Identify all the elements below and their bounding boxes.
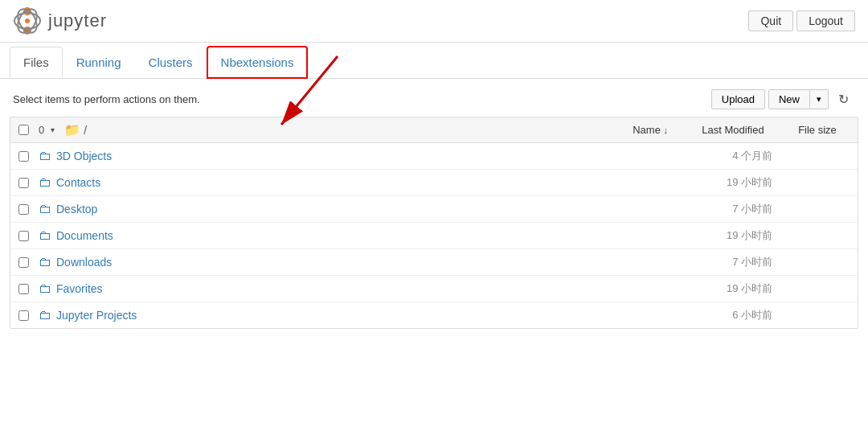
file-name-link[interactable]: Downloads <box>56 256 681 269</box>
folder-icon: 🗀 <box>39 281 51 296</box>
table-row: 🗀 Contacts 19 小时前 <box>10 170 858 196</box>
file-name-link[interactable]: Jupyter Projects <box>56 309 681 322</box>
row-checkbox[interactable] <box>18 310 29 321</box>
tab-nbextensions[interactable]: Nbextensions <box>207 46 309 79</box>
toolbar: Select items to perform actions on them.… <box>0 82 868 117</box>
file-name-link[interactable]: Desktop <box>56 203 681 216</box>
logo-text: jupyter <box>48 10 107 31</box>
row-checkbox[interactable] <box>18 204 29 215</box>
folder-icon: 🗀 <box>39 175 51 190</box>
file-modified: 4 个月前 <box>681 149 785 163</box>
folder-icon: 🗀 <box>39 255 51 269</box>
sort-arrow-icon: ↓ <box>664 125 669 135</box>
table-row: 🗀 Favorites 19 小时前 <box>10 276 858 302</box>
folder-icon: 🗀 <box>39 308 51 322</box>
col-name-header[interactable]: Name ↓ <box>584 124 681 136</box>
quit-button[interactable]: Quit <box>748 10 793 31</box>
logo: jupyter <box>13 6 107 35</box>
header-checkbox-area: 0 ▾ 📁 / <box>18 122 115 138</box>
upload-button[interactable]: Upload <box>711 89 765 109</box>
toolbar-info-text: Select items to perform actions on them. <box>13 93 200 105</box>
col-size-header[interactable]: File size <box>785 124 850 136</box>
breadcrumb-slash: / <box>84 124 87 137</box>
selected-count: 0 <box>35 124 47 136</box>
file-modified: 7 小时前 <box>681 255 785 269</box>
svg-point-7 <box>25 18 30 23</box>
select-all-checkbox[interactable] <box>18 125 29 135</box>
table-row: 🗀 Jupyter Projects 6 小时前 <box>10 302 858 328</box>
app-header: jupyter Quit Logout <box>0 0 868 43</box>
file-rows-container: 🗀 3D Objects 4 个月前 🗀 Contacts 19 小时前 🗀 D… <box>10 143 858 328</box>
toolbar-actions: Upload New ▾ ↻ <box>711 88 855 110</box>
table-row: 🗀 Desktop 7 小时前 <box>10 196 858 223</box>
file-modified: 19 小时前 <box>681 228 785 243</box>
file-modified: 6 小时前 <box>681 308 785 322</box>
folder-icon: 🗀 <box>39 228 51 243</box>
row-checkbox[interactable] <box>18 284 29 294</box>
file-list-header: 0 ▾ 📁 / Name ↓ Last Modified File size <box>10 117 858 143</box>
selection-dropdown-caret[interactable]: ▾ <box>51 125 55 134</box>
file-modified: 19 小时前 <box>681 281 785 296</box>
file-name-link[interactable]: Contacts <box>56 176 681 189</box>
file-modified: 7 小时前 <box>681 202 785 216</box>
folder-icon: 🗀 <box>39 149 51 163</box>
new-button[interactable]: New <box>769 90 810 109</box>
row-checkbox[interactable] <box>18 151 29 162</box>
new-dropdown-caret[interactable]: ▾ <box>810 90 828 109</box>
row-checkbox[interactable] <box>18 231 29 241</box>
tabs-container: Files Running Clusters Nbextensions <box>0 46 868 79</box>
new-button-group: New ▾ <box>768 89 829 109</box>
file-list: 0 ▾ 📁 / Name ↓ Last Modified File size 🗀… <box>10 117 858 329</box>
table-row: 🗀 3D Objects 4 个月前 <box>10 143 858 170</box>
folder-icon: 🗀 <box>39 202 51 216</box>
col-modified-header[interactable]: Last Modified <box>681 124 785 136</box>
logout-button[interactable]: Logout <box>796 10 855 31</box>
table-row: 🗀 Documents 19 小时前 <box>10 223 858 249</box>
table-row: 🗀 Downloads 7 小时前 <box>10 249 858 276</box>
file-name-link[interactable]: Documents <box>56 229 681 242</box>
header-buttons: Quit Logout <box>748 10 855 31</box>
file-name-link[interactable]: 3D Objects <box>56 150 681 162</box>
tab-clusters[interactable]: Clusters <box>135 47 207 78</box>
column-headers: Name ↓ Last Modified File size <box>584 124 850 136</box>
tab-files[interactable]: Files <box>10 47 63 78</box>
refresh-button[interactable]: ↻ <box>832 88 855 110</box>
row-checkbox[interactable] <box>18 257 29 268</box>
jupyter-logo-icon <box>13 6 42 35</box>
file-modified: 19 小时前 <box>681 175 785 190</box>
tab-running[interactable]: Running <box>63 47 135 78</box>
file-name-link[interactable]: Favorites <box>56 282 681 295</box>
folder-icon: 📁 <box>64 122 80 138</box>
row-checkbox[interactable] <box>18 178 29 188</box>
